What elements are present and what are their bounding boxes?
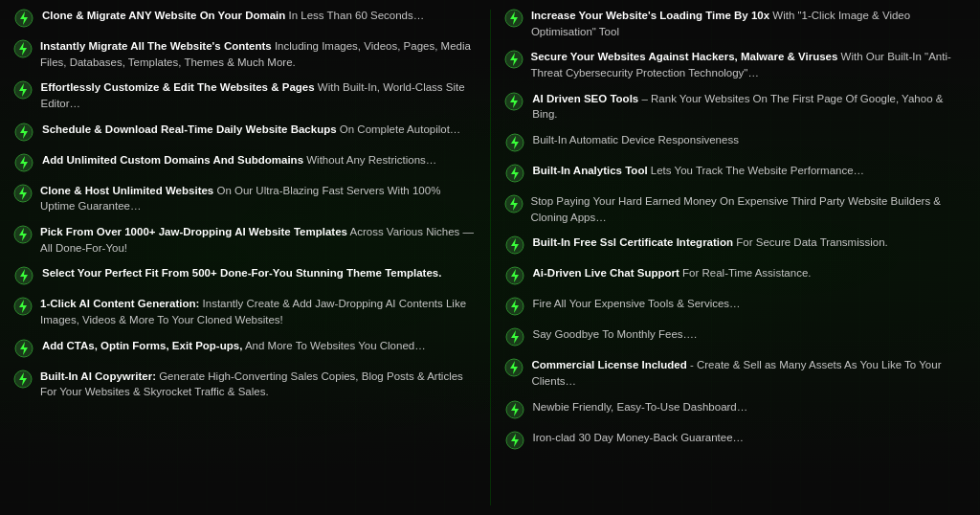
right-column: Increase Your Website's Loading Time By … <box>491 0 981 515</box>
feature-text-feat-2: Instantly Migrate All The Website's Cont… <box>40 38 477 70</box>
feature-text-feat-r6: Stop Paying Your Hard Earned Money On Ex… <box>531 193 968 225</box>
feature-text-feat-r2: Secure Your Websites Against Hackers, Ma… <box>531 49 968 80</box>
feature-text-feat-1: Clone & Migrate ANY Website On Your Doma… <box>42 8 424 24</box>
feature-text-feat-4: Schedule & Download Real-Time Daily Webs… <box>42 122 460 138</box>
feature-item-feat-5: Add Unlimited Custom Domains And Subdoma… <box>13 152 477 173</box>
feature-item-feat-11: Built-In AI Copywriter: Generate High-Co… <box>13 369 477 400</box>
lightning-icon <box>13 369 33 390</box>
feature-text-feat-11: Built-In AI Copywriter: Generate High-Co… <box>40 369 477 400</box>
left-column: Clone & Migrate ANY Website On Your Doma… <box>0 0 490 515</box>
feature-text-feat-r12: Newbie Friendly, Easy-To-Use Dashboard… <box>533 399 748 415</box>
feature-item-feat-r12: Newbie Friendly, Easy-To-Use Dashboard… <box>504 399 968 420</box>
lightning-icon <box>504 296 525 317</box>
feature-text-feat-5: Add Unlimited Custom Domains And Subdoma… <box>42 152 436 168</box>
feature-item-feat-r10: Say Goodbye To Monthly Fees…. <box>504 326 968 347</box>
lightning-icon <box>504 8 523 29</box>
feature-item-feat-r3: AI Driven SEO Tools – Rank Your Websites… <box>504 91 968 123</box>
feature-item-feat-r4: Built-In Automatic Device Responsiveness <box>504 132 968 153</box>
lightning-icon <box>13 296 33 317</box>
lightning-icon <box>504 235 525 256</box>
lightning-icon <box>504 430 525 451</box>
feature-text-feat-r5: Built-In Analytics Tool Lets You Track T… <box>533 163 865 179</box>
lightning-icon <box>13 8 34 29</box>
feature-item-feat-7: Pick From Over 1000+ Jaw-Dropping AI Web… <box>13 224 477 256</box>
lightning-icon <box>13 38 33 59</box>
feature-text-feat-9: 1-Click AI Content Generation: Instantly… <box>40 296 477 327</box>
lightning-icon <box>504 265 525 286</box>
feature-item-feat-r9: Fire All Your Expensive Tools & Services… <box>504 296 968 317</box>
lightning-icon <box>504 132 525 153</box>
feature-text-feat-r7: Built-In Free Ssl Certificate Integratio… <box>533 235 888 251</box>
lightning-icon <box>13 122 34 143</box>
feature-text-feat-r13: Iron-clad 30 Day Money-Back Guarantee… <box>533 430 745 446</box>
lightning-icon <box>504 49 523 70</box>
feature-item-feat-10: Add CTAs, Optin Forms, Exit Pop-ups, And… <box>13 338 477 359</box>
feature-text-feat-6: Clone & Host Unlimited Websites On Our U… <box>40 183 477 214</box>
feature-text-feat-r8: Ai-Driven Live Chat Support For Real-Tim… <box>533 265 812 281</box>
lightning-icon <box>13 224 33 245</box>
feature-text-feat-7: Pick From Over 1000+ Jaw-Dropping AI Web… <box>40 224 477 256</box>
feature-text-feat-r4: Built-In Automatic Device Responsiveness <box>533 132 739 148</box>
main-container: Clone & Migrate ANY Website On Your Doma… <box>0 0 980 515</box>
lightning-icon <box>504 91 525 112</box>
feature-item-feat-2: Instantly Migrate All The Website's Cont… <box>13 38 477 70</box>
feature-text-feat-r10: Say Goodbye To Monthly Fees…. <box>533 326 698 343</box>
feature-item-feat-6: Clone & Host Unlimited Websites On Our U… <box>13 183 477 214</box>
lightning-icon <box>504 326 525 347</box>
lightning-icon <box>504 193 523 214</box>
feature-item-feat-r11: Commercial License Included - Create & S… <box>504 357 968 389</box>
lightning-icon <box>13 338 34 359</box>
feature-text-feat-r1: Increase Your Website's Loading Time By … <box>531 8 967 39</box>
feature-item-feat-r1: Increase Your Website's Loading Time By … <box>504 8 968 39</box>
feature-text-feat-r9: Fire All Your Expensive Tools & Services… <box>533 296 741 312</box>
feature-item-feat-r2: Secure Your Websites Against Hackers, Ma… <box>504 49 968 80</box>
feature-text-feat-8: Select Your Perfect Fit From 500+ Done-F… <box>42 265 441 281</box>
feature-item-feat-8: Select Your Perfect Fit From 500+ Done-F… <box>13 265 477 286</box>
lightning-icon <box>504 357 524 378</box>
feature-text-feat-r11: Commercial License Included - Create & S… <box>531 357 967 389</box>
feature-text-feat-3: Effortlessly Customize & Edit The Websit… <box>41 79 477 111</box>
feature-item-feat-r6: Stop Paying Your Hard Earned Money On Ex… <box>504 193 968 225</box>
lightning-icon <box>13 79 33 101</box>
lightning-icon <box>13 183 33 204</box>
lightning-icon <box>13 265 34 286</box>
lightning-icon <box>13 152 34 173</box>
feature-item-feat-r7: Built-In Free Ssl Certificate Integratio… <box>504 235 968 256</box>
feature-item-feat-r8: Ai-Driven Live Chat Support For Real-Tim… <box>504 265 968 286</box>
feature-item-feat-3: Effortlessly Customize & Edit The Websit… <box>13 79 477 111</box>
feature-text-feat-r3: AI Driven SEO Tools – Rank Your Websites… <box>532 91 967 123</box>
feature-item-feat-4: Schedule & Download Real-Time Daily Webs… <box>13 122 477 143</box>
feature-item-feat-1: Clone & Migrate ANY Website On Your Doma… <box>13 8 477 29</box>
lightning-icon <box>504 399 525 420</box>
feature-item-feat-r5: Built-In Analytics Tool Lets You Track T… <box>504 163 968 184</box>
feature-text-feat-10: Add CTAs, Optin Forms, Exit Pop-ups, And… <box>42 338 426 354</box>
feature-item-feat-r13: Iron-clad 30 Day Money-Back Guarantee… <box>504 430 968 451</box>
feature-item-feat-9: 1-Click AI Content Generation: Instantly… <box>13 296 477 327</box>
lightning-icon <box>504 163 525 184</box>
